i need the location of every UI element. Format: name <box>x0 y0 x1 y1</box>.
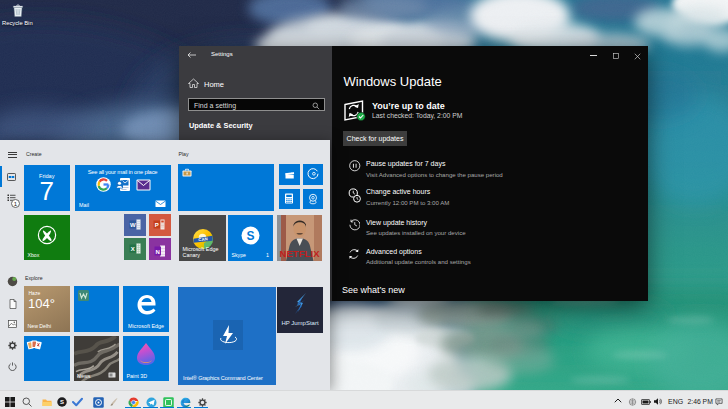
svg-text:S: S <box>60 399 64 405</box>
svg-text:NETFLIX: NETFLIX <box>280 248 321 259</box>
svg-text:N: N <box>155 249 159 255</box>
svg-text:P: P <box>155 222 159 228</box>
svg-text:S: S <box>246 228 254 242</box>
svg-text:W: W <box>129 222 135 228</box>
svg-text:X: X <box>130 246 134 252</box>
